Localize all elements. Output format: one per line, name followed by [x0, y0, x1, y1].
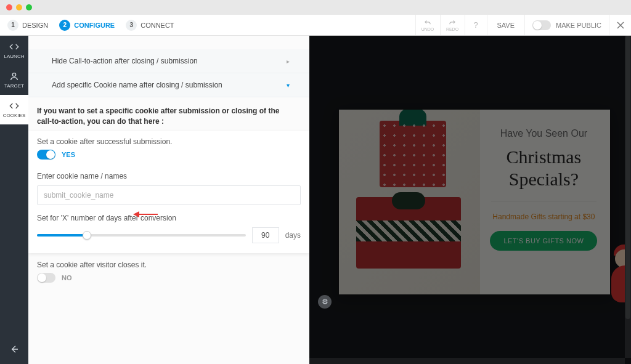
toolbar-right: UNDO REDO ? SAVE MAKE PUBLIC: [415, 15, 632, 35]
save-button[interactable]: SAVE: [487, 15, 525, 35]
redo-label: REDO: [446, 27, 458, 31]
cookie-close-section: Set a cookie after visitor closes it. NO: [28, 253, 309, 294]
config-panel: Hide Call-to-action after closing / subm…: [28, 36, 309, 364]
popup-heading-small: Have You Seen Our: [486, 128, 601, 139]
gift-box-icon: [356, 197, 461, 269]
slider-handle[interactable]: [83, 231, 91, 240]
set-after-submit-label: Set a cookie after successful submission…: [37, 137, 301, 146]
undo-button[interactable]: UNDO: [415, 15, 440, 35]
rail-target[interactable]: TARGET: [0, 65, 28, 95]
popup-image-area: [339, 110, 480, 294]
section-add-cookie[interactable]: Add specific Cookie name after closing /…: [28, 73, 309, 97]
rail-label: TARGET: [4, 83, 24, 89]
svg-point-0: [12, 73, 15, 76]
svg-marker-2: [133, 211, 139, 217]
user-icon: [9, 71, 19, 81]
step-label: DESIGN: [22, 22, 48, 29]
public-switch[interactable]: [532, 20, 551, 30]
undo-label: UNDO: [421, 27, 434, 31]
gift-box-icon: [380, 121, 446, 187]
divider: [491, 201, 596, 201]
toggle-yes-label: YES: [62, 151, 75, 158]
cookie-submit-card: Set a cookie after successful submission…: [28, 131, 309, 253]
side-rail: LAUNCH TARGET COOKIES: [0, 36, 28, 364]
popup-cta-button[interactable]: LET'S BUY GIFTS NOW: [490, 231, 597, 251]
section-title: Add specific Cookie name after closing /…: [52, 81, 222, 89]
redo-icon: [448, 18, 457, 27]
top-toolbar: 1 DESIGN 2 CONFIGURE 3 CONNECT UNDO REDO…: [0, 15, 631, 36]
section-title: Hide Call-to-action after closing / subm…: [52, 57, 198, 65]
step-design[interactable]: 1 DESIGN: [7, 20, 48, 31]
window-titlebar: [0, 0, 631, 15]
rail-launch[interactable]: LAUNCH: [0, 36, 28, 65]
wizard-steps: 1 DESIGN 2 CONFIGURE 3 CONNECT: [0, 20, 174, 31]
preview-vscrollbar[interactable]: [625, 36, 631, 358]
rail-back[interactable]: [0, 334, 28, 364]
close-icon: [617, 22, 624, 29]
days-slider[interactable]: [37, 234, 246, 237]
make-public-toggle[interactable]: MAKE PUBLIC: [524, 15, 609, 35]
chevron-right-icon: ▸: [287, 58, 290, 65]
annotation-arrow-icon: [133, 210, 158, 219]
close-cookie-toggle[interactable]: [37, 273, 55, 283]
preview-canvas: ✕ Have You Seen Our Christmas Specials? …: [309, 36, 631, 364]
days-unit: days: [285, 231, 301, 240]
rail-label: LAUNCH: [4, 54, 25, 59]
preview-settings-button[interactable]: ⚙: [318, 295, 332, 309]
help-button[interactable]: ?: [465, 15, 487, 35]
popup-content: Have You Seen Our Christmas Specials? Ha…: [480, 110, 610, 294]
step-configure[interactable]: 2 CONFIGURE: [59, 20, 115, 31]
submit-cookie-toggle[interactable]: [37, 150, 55, 160]
step-connect[interactable]: 3 CONNECT: [126, 20, 174, 31]
set-after-close-label: Set a cookie after visitor closes it.: [37, 261, 301, 269]
preview-popup: ✕ Have You Seen Our Christmas Specials? …: [339, 110, 610, 294]
arrow-left-icon: [9, 344, 19, 354]
rail-cookies[interactable]: COOKIES: [0, 95, 28, 124]
days-input[interactable]: [252, 227, 279, 243]
popup-heading-large: Christmas: [486, 147, 601, 168]
popup-heading-large: Specials?: [486, 169, 601, 190]
cookie-name-input[interactable]: [37, 185, 301, 205]
step-number: 1: [7, 20, 18, 31]
undo-icon: [423, 18, 432, 27]
preview-hscrollbar[interactable]: [309, 358, 625, 364]
step-label: CONNECT: [140, 22, 174, 29]
section-intro: If you want to set a specific cookie aft…: [28, 97, 309, 131]
window-close-dot[interactable]: [6, 4, 12, 10]
code-icon: [9, 101, 19, 111]
step-label: CONFIGURE: [74, 22, 115, 29]
code-icon: [9, 42, 19, 52]
rail-label: COOKIES: [3, 113, 25, 118]
close-button[interactable]: [609, 15, 631, 35]
toggle-no-label: NO: [62, 274, 72, 281]
step-number: 3: [126, 20, 137, 31]
make-public-label: MAKE PUBLIC: [556, 22, 601, 29]
redo-button[interactable]: REDO: [440, 15, 465, 35]
cookie-name-label: Enter cookie name / names: [37, 172, 301, 180]
step-number: 2: [59, 20, 70, 31]
days-label: Set for 'X' number of days after convers…: [37, 214, 301, 222]
window-zoom-dot[interactable]: [26, 4, 32, 10]
chevron-down-icon: ▾: [287, 82, 290, 89]
popup-subtext: Handmade Gifts starting at $30: [486, 212, 601, 221]
section-hide-cta[interactable]: Hide Call-to-action after closing / subm…: [28, 49, 309, 73]
window-minimize-dot[interactable]: [16, 4, 22, 10]
